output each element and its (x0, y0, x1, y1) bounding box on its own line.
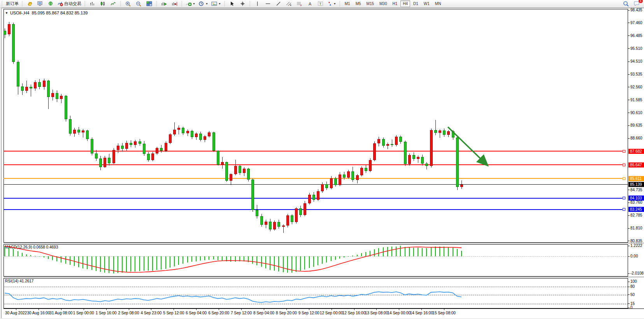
date-axis-tick (286, 309, 287, 310)
macd-histogram-bar (448, 247, 449, 256)
macd-histogram-bar (130, 256, 131, 271)
line-anchor-square[interactable] (623, 150, 625, 153)
chart-window: ▼USOil-,H4 85.095 85.867 84.832 85.139 M… (1, 8, 644, 318)
date-axis-tick (151, 309, 151, 310)
macd-histogram-bar (344, 256, 344, 257)
date-axis-label: 6 Sep 20:00 (208, 311, 229, 315)
date-axis-label: 5 Sep 12:00 (163, 311, 184, 315)
date-axis-label: 30 Aug 16:00 (27, 311, 50, 315)
line-anchor-square[interactable] (623, 177, 625, 180)
macd-axis-tick (628, 256, 630, 257)
macd-histogram-bar (44, 256, 44, 257)
candlestick (321, 184, 324, 192)
macd-histogram-bar (74, 256, 75, 266)
candlestick (91, 139, 93, 153)
candlestick (417, 157, 419, 159)
candlestick (25, 87, 28, 91)
chevron-down-icon[interactable]: ▼ (5, 11, 8, 15)
chart-info-line[interactable]: ▼USOil-,H4 85.095 85.867 84.832 85.139 (5, 11, 88, 15)
candlestick (69, 119, 72, 134)
macd-histogram-bar (35, 256, 35, 256)
horizontal-line-85.139[interactable] (4, 184, 628, 185)
macd-histogram-bar (252, 256, 253, 264)
macd-histogram-bar (91, 256, 92, 270)
date-axis-tick (309, 309, 309, 310)
candlestick (347, 171, 350, 178)
panel-splitter[interactable] (4, 277, 644, 278)
candlestick (30, 87, 32, 88)
candlestick (312, 195, 315, 200)
candlestick (125, 143, 128, 149)
macd-histogram-bar (209, 256, 209, 260)
candlestick (4, 31, 6, 35)
macd-histogram-bar (196, 256, 197, 261)
candlestick (234, 166, 237, 174)
price-line-label: 85.611 (628, 176, 644, 181)
candlestick (239, 166, 241, 173)
candlestick (369, 160, 372, 171)
candlestick (243, 169, 246, 173)
rsi-axis-tick (628, 287, 630, 287)
candlestick (395, 137, 398, 145)
symbol-period-label: USOil-,H4 (10, 11, 30, 15)
date-axis-tick (399, 309, 399, 310)
candlestick (425, 164, 428, 166)
rsi-axis-tick-label: 80 (630, 285, 635, 289)
date-axis-tick (376, 309, 377, 310)
date-axis-tick (264, 309, 264, 310)
candlestick (391, 144, 393, 145)
candlestick (121, 146, 124, 149)
candlestick (160, 148, 163, 151)
line-anchor-square[interactable] (623, 197, 625, 199)
candlestick (443, 130, 446, 134)
mt4-trading-platform: 新订单自动交易▼▼▼EFAT▼M1M5M15M30H1H4D1W1MN1 ▼US… (0, 0, 644, 319)
date-axis-label: 31 Aug 08:00 (49, 311, 72, 315)
macd-histogram-bar (365, 252, 366, 256)
date-axis-tick (129, 309, 129, 310)
macd-histogram-bar (318, 256, 318, 265)
horizontal-line-83.245[interactable] (4, 209, 622, 210)
macd-histogram-bar (361, 253, 362, 256)
candle-wick (435, 120, 436, 135)
macd-histogram-bar (70, 256, 70, 265)
candlestick (73, 130, 76, 134)
rsi-level-line-80 (4, 287, 628, 287)
chart-layers: ▼USOil-,H4 85.095 85.867 84.832 85.139 M… (0, 0, 644, 319)
panel-splitter[interactable] (4, 243, 644, 244)
horizontal-line-85.611[interactable] (4, 178, 622, 179)
horizontal-line-86.647[interactable] (4, 164, 622, 165)
date-axis-label: 13 Sep 08:00 (365, 311, 388, 315)
candlestick (34, 82, 37, 88)
candlestick (108, 158, 111, 163)
candlestick (277, 222, 280, 227)
macd-histogram-bar (178, 256, 179, 265)
macd-histogram-bar (87, 256, 88, 269)
candlestick (217, 151, 219, 165)
candlestick (460, 185, 463, 187)
date-axis-tick (84, 309, 84, 310)
candlestick (251, 180, 254, 210)
rsi-level-line-15 (4, 304, 628, 304)
macd-histogram-bar (118, 256, 118, 273)
macd-histogram-bar (78, 256, 79, 267)
candlestick (12, 24, 15, 62)
price-axis-tick (628, 138, 630, 139)
candlestick (399, 137, 402, 142)
macd-histogram-bar (156, 256, 157, 270)
date-axis-label: 1 Sep 00:00 (73, 311, 94, 315)
rsi-line (5, 292, 462, 303)
candlestick (295, 208, 298, 222)
candlestick (299, 208, 302, 215)
macd-histogram-bar (409, 247, 410, 256)
line-anchor-square[interactable] (623, 164, 625, 166)
rsi-axis-tick (628, 282, 630, 282)
macd-histogram-bar (30, 255, 31, 256)
candlestick (95, 153, 98, 159)
macd-histogram-bar (439, 247, 440, 256)
macd-histogram-bar (226, 256, 227, 261)
macd-histogram-bar (422, 248, 423, 256)
line-anchor-square[interactable] (623, 208, 625, 211)
macd-histogram-bar (426, 248, 427, 256)
candlestick (339, 174, 341, 185)
price-axis-tick (628, 190, 630, 190)
